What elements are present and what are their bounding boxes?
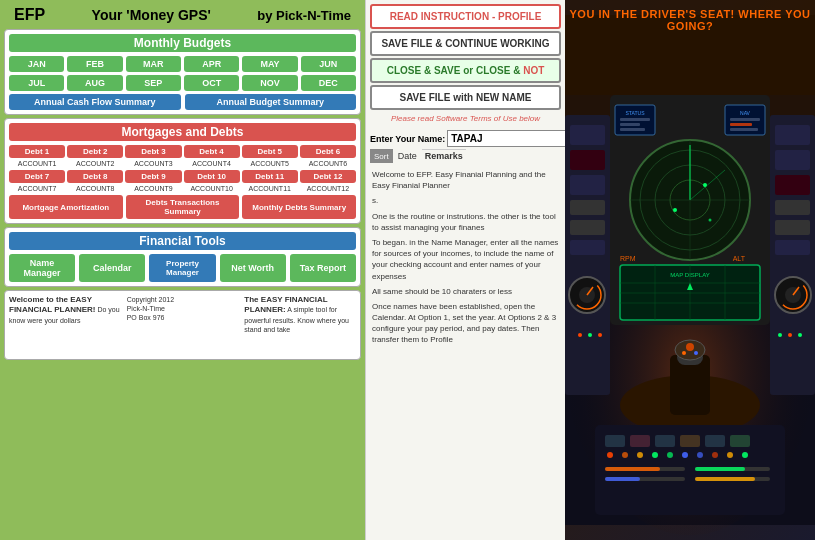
svg-point-92 [588,333,592,337]
svg-rect-86 [695,467,745,471]
svg-rect-9 [570,220,605,235]
financial-tools-title: Financial Tools [9,232,356,250]
debt5-btn[interactable]: Debt 5 [242,145,298,158]
svg-rect-41 [620,123,640,126]
month-may[interactable]: MAY [242,56,297,72]
month-nov[interactable]: NOV [242,75,297,91]
month-mar[interactable]: MAR [126,56,181,72]
debt1-btn[interactable]: Debt 1 [9,145,65,158]
svg-rect-19 [775,200,810,215]
account3-label: ACCOUNT3 [134,160,173,167]
svg-point-33 [703,183,707,187]
copyright-text: Copyright 2012Pick-N-TimePO Box 976 [127,296,174,321]
terms-notice: Please read Software Terms of Use below [370,112,561,125]
tools-grid: Name Manager Calendar Property Manager N… [9,254,356,282]
monthly-debts-btn[interactable]: Monthly Debts Summary [242,195,356,219]
debt-col-5: Debt 5 ACCOUNT5 [242,145,298,167]
month-jan[interactable]: JAN [9,56,64,72]
month-feb[interactable]: FEB [67,56,122,72]
month-jun[interactable]: JUN [301,56,356,72]
mortgage-amortization-btn[interactable]: Mortgage Amortization [9,195,123,219]
svg-rect-67 [655,435,675,447]
sort-btn[interactable]: Sort [370,149,393,163]
remark-1: s. [372,195,559,206]
account1-label: ACCOUNT1 [18,160,57,167]
svg-point-75 [667,452,673,458]
svg-text:ALT: ALT [733,255,746,262]
svg-point-94 [778,333,782,337]
mortgages-title: Mortgages and Debts [9,123,356,141]
month-apr[interactable]: APR [184,56,239,72]
debt2-btn[interactable]: Debt 2 [67,145,123,158]
debt8-btn[interactable]: Debt 8 [67,170,123,183]
month-dec[interactable]: DEC [301,75,356,91]
sort-date-row: Sort Date Remarks [370,149,561,163]
debt-col-4: Debt 4 ACCOUNT4 [184,145,240,167]
save-new-name-btn[interactable]: SAVE FILE with NEW NAME [370,85,561,110]
svg-point-72 [622,452,628,458]
debt10-btn[interactable]: Debt 10 [184,170,240,183]
account9-label: ACCOUNT9 [134,185,173,192]
debt-action-buttons: Mortgage Amortization Debts Transactions… [9,195,356,219]
remark-7: Once names have been established, open t… [372,301,559,346]
property-manager-btn[interactable]: Property Manager [149,254,215,282]
debt6-btn[interactable]: Debt 6 [300,145,356,158]
remark-4: To began. in the Name Manager, enter all… [372,237,559,282]
debts-row2: Debt 7 ACCOUNT7 Debt 8 ACCOUNT8 Debt 9 A… [9,170,356,192]
svg-rect-5 [570,125,605,145]
month-jul[interactable]: JUL [9,75,64,91]
name-manager-btn[interactable]: Name Manager [9,254,75,282]
debt11-btn[interactable]: Debt 11 [242,170,298,183]
svg-rect-20 [775,220,810,235]
svg-point-79 [727,452,733,458]
debt-col-8: Debt 8 ACCOUNT8 [67,170,123,192]
svg-point-95 [788,333,792,337]
net-worth-btn[interactable]: Net Worth [220,254,286,282]
svg-rect-45 [730,118,760,121]
annual-budget-btn[interactable]: Annual Budget Summary [185,94,357,110]
debt-col-3: Debt 3 ACCOUNT3 [125,145,181,167]
debt9-btn[interactable]: Debt 9 [125,170,181,183]
annual-cashflow-btn[interactable]: Annual Cash Flow Summary [9,94,181,110]
svg-rect-70 [730,435,750,447]
svg-rect-88 [695,477,755,481]
financial-tools-section: Financial Tools Name Manager Calendar Pr… [4,227,361,287]
months-grid: JAN FEB MAR APR MAY JUN JUL AUG SEP OCT … [9,56,356,91]
tax-report-btn[interactable]: Tax Report [290,254,356,282]
debt4-btn[interactable]: Debt 4 [184,145,240,158]
cockpit-svg: STATUS NAV MAP DISPLAY [565,0,815,540]
debts-row1: Debt 1 ACCOUNT1 Debt 2 ACCOUNT2 Debt 3 A… [9,145,356,167]
debt-col-1: Debt 1 ACCOUNT1 [9,145,65,167]
svg-rect-17 [775,150,810,170]
account4-label: ACCOUNT4 [192,160,231,167]
debts-transactions-btn[interactable]: Debts Transactions Summary [126,195,240,219]
bottom-col1: Welcome to the EASY FINANCIAL PLANNER! D… [9,295,121,355]
debt7-btn[interactable]: Debt 7 [9,170,65,183]
remarks-header: Remarks [422,149,466,163]
name-input[interactable] [447,130,584,147]
svg-rect-82 [605,467,660,471]
debt3-btn[interactable]: Debt 3 [125,145,181,158]
summary-buttons: Annual Cash Flow Summary Annual Budget S… [9,94,356,110]
svg-rect-10 [570,240,605,255]
account6-label: ACCOUNT6 [309,160,348,167]
month-aug[interactable]: AUG [67,75,122,91]
name-field-label: Enter Your Name: [370,134,445,144]
calendar-btn[interactable]: Calendar [79,254,145,282]
bottom-info: Welcome to the EASY FINANCIAL PLANNER! D… [4,290,361,360]
svg-rect-6 [570,150,605,170]
month-sep[interactable]: SEP [126,75,181,91]
cockpit-background: YOU IN THE DRIVER'S SEAT! WHERE YOU GOIN… [565,0,815,540]
svg-point-96 [798,333,802,337]
close-save-btn[interactable]: CLOSE & SAVE or CLOSE & NOT [370,58,561,83]
svg-rect-66 [630,435,650,447]
month-oct[interactable]: OCT [184,75,239,91]
svg-rect-21 [775,240,810,255]
svg-text:NAV: NAV [740,110,751,116]
debt12-btn[interactable]: Debt 12 [300,170,356,183]
read-instructions-btn[interactable]: READ INSTRUCTION - PROFILE [370,4,561,29]
debt-col-7: Debt 7 ACCOUNT7 [9,170,65,192]
middle-panel: READ INSTRUCTION - PROFILE SAVE FILE & C… [365,0,565,540]
save-continue-btn[interactable]: SAVE FILE & CONTINUE WORKING [370,31,561,56]
svg-rect-69 [705,435,725,447]
